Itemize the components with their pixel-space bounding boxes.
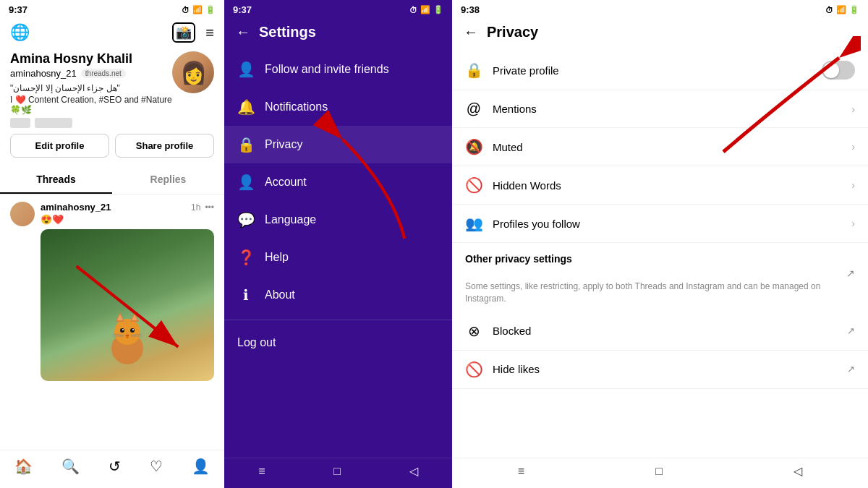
- muted-chevron-icon: ›: [851, 141, 855, 153]
- profiles-follow-left: 👥 Profiles you follow: [465, 215, 580, 232]
- battery-icon: 🔋: [205, 5, 216, 14]
- top-nav: 🌐 📸 ≡: [0, 18, 224, 48]
- p3-wifi-icon: 📶: [836, 5, 846, 14]
- android3-home-icon[interactable]: □: [655, 465, 663, 478]
- hide-likes-external-icon: ↗: [847, 364, 855, 374]
- settings-item-about[interactable]: ℹ About: [224, 276, 452, 314]
- post-text: 😍❤️: [41, 214, 214, 225]
- privacy-item-profiles-follow[interactable]: 👥 Profiles you follow ›: [452, 205, 868, 243]
- profiles-follow-icon: 👥: [465, 215, 482, 232]
- settings-item-help[interactable]: ❓ Help: [224, 239, 452, 276]
- privacy-item-blocked[interactable]: ⊗ Blocked ↗: [452, 312, 868, 351]
- logout-label: Log out: [237, 336, 276, 348]
- nav-create-icon[interactable]: ↺: [109, 458, 121, 475]
- globe-icon[interactable]: 🌐: [10, 23, 30, 42]
- blurred-stat-2: [35, 118, 72, 128]
- username-row: aminahosny_21 threads.net: [10, 68, 172, 79]
- post-meta: 1h •••: [191, 202, 214, 213]
- android-menu-icon[interactable]: ≡: [258, 465, 265, 478]
- private-profile-right: [822, 61, 855, 80]
- nav-home-icon[interactable]: 🏠: [14, 458, 33, 475]
- back-arrow-privacy[interactable]: ←: [464, 24, 478, 40]
- post-avatar: [10, 202, 35, 226]
- status-icons-2: ⏱ 📶 🔋: [409, 5, 443, 14]
- post-more-icon[interactable]: •••: [205, 202, 214, 213]
- back-arrow-settings[interactable]: ←: [236, 24, 250, 40]
- privacy-label: Privacy: [265, 138, 302, 151]
- instagram-icon[interactable]: 📸: [172, 22, 195, 43]
- android3-back-icon[interactable]: ◁: [793, 464, 802, 478]
- profile-panel: 9:37 ⏱ 📶 🔋 🌐 📸 ≡ Amina Hosny Khalil amin…: [0, 0, 224, 488]
- account-label: Account: [265, 176, 307, 189]
- profiles-follow-chevron-icon: ›: [851, 218, 855, 229]
- red-arrow-1: [41, 229, 214, 381]
- hidden-words-chevron-icon: ›: [851, 179, 855, 191]
- muted-left: 🔕 Muted: [465, 138, 523, 155]
- blocked-external-icon: ↗: [847, 325, 855, 336]
- logout-item[interactable]: Log out: [224, 326, 452, 359]
- help-label: Help: [265, 251, 289, 264]
- settings-item-notifications[interactable]: 🔔 Notifications: [224, 88, 452, 126]
- hidden-words-left: 🚫 Hidden Words: [465, 176, 561, 194]
- tab-replies[interactable]: Replies: [112, 166, 224, 194]
- nav-likes-icon[interactable]: ♡: [150, 458, 163, 475]
- blurred-stat-1: [10, 118, 30, 128]
- settings-item-language[interactable]: 💬 Language: [224, 201, 452, 239]
- settings-title: Settings: [259, 24, 316, 40]
- settings-item-account[interactable]: 👤 Account: [224, 163, 452, 201]
- profile-section: Amina Hosny Khalil aminahosny_21 threads…: [0, 48, 224, 134]
- settings-item-follow[interactable]: 👤 Follow and invite friends: [224, 51, 452, 88]
- muted-icon: 🔕: [465, 138, 482, 155]
- bio-english: I ❤️ Content Creation, #SEO and #Nature …: [10, 95, 172, 115]
- privacy-header: ← Privacy: [452, 18, 868, 51]
- p2-wifi-icon: 📶: [420, 5, 430, 14]
- bio-arabic: "هل جزاء الإحسان إلا الإحسان": [10, 83, 172, 93]
- status-bar-3: 9:38 ⏱ 📶 🔋: [452, 0, 868, 18]
- avatar: 👩: [172, 51, 214, 93]
- post-time: 1h: [191, 202, 200, 213]
- private-profile-toggle[interactable]: [822, 61, 855, 80]
- android-home-icon[interactable]: □: [333, 465, 341, 478]
- share-profile-button[interactable]: Share profile: [115, 134, 214, 158]
- privacy-item-private-profile[interactable]: 🔒 Private profile: [452, 51, 868, 90]
- time-1: 9:37: [9, 4, 27, 15]
- blocked-icon: ⊗: [465, 322, 482, 340]
- other-privacy-external-icon: ↗: [846, 267, 855, 279]
- other-privacy-desc: Some settings, like restricting, apply t…: [452, 279, 868, 312]
- privacy-item-hidden-words[interactable]: 🚫 Hidden Words ›: [452, 166, 868, 205]
- android3-menu-icon[interactable]: ≡: [518, 465, 524, 478]
- privacy-item-muted[interactable]: 🔕 Muted ›: [452, 128, 868, 166]
- mentions-icon: @: [465, 100, 482, 117]
- other-privacy-label: Other privacy settings: [452, 243, 868, 267]
- p2-battery-icon: 🔋: [433, 5, 443, 14]
- nav-profile-icon[interactable]: 👤: [192, 458, 210, 475]
- privacy-item-mentions[interactable]: @ Mentions ›: [452, 90, 868, 128]
- settings-panel: 9:37 ⏱ 📶 🔋 ← Settings 👤 Follow and invit…: [224, 0, 452, 488]
- private-profile-left: 🔒 Private profile: [465, 61, 559, 79]
- profile-info: Amina Hosny Khalil aminahosny_21 threads…: [10, 51, 172, 128]
- privacy-item-hide-likes[interactable]: 🚫 Hide likes ↗: [452, 351, 868, 389]
- nav-search-icon[interactable]: 🔍: [61, 458, 80, 475]
- edit-profile-button[interactable]: Edit profile: [10, 134, 109, 158]
- account-icon: 👤: [237, 174, 255, 191]
- post-image: [41, 229, 214, 381]
- status-icons-1: ⏱ 📶 🔋: [182, 5, 216, 14]
- privacy-title: Privacy: [487, 24, 538, 40]
- help-icon: ❓: [237, 249, 255, 266]
- about-label: About: [265, 288, 295, 301]
- mentions-left: @ Mentions: [465, 100, 537, 117]
- settings-divider: [224, 320, 452, 320]
- hidden-words-icon: 🚫: [465, 176, 482, 194]
- language-icon: 💬: [237, 211, 255, 228]
- tab-threads[interactable]: Threads: [0, 166, 112, 194]
- notifications-icon: 🔔: [237, 98, 255, 116]
- settings-item-privacy[interactable]: 🔒 Privacy: [224, 126, 452, 163]
- p3-battery-icon: 🔋: [849, 5, 859, 14]
- menu-icon[interactable]: ≡: [205, 25, 214, 41]
- hidden-words-label: Hidden Words: [493, 179, 561, 192]
- p3-whatsapp-icon: ⏱: [825, 6, 833, 14]
- toggle-knob: [823, 62, 839, 78]
- settings-list: 👤 Follow and invite friends 🔔 Notificati…: [224, 51, 452, 458]
- privacy-icon: 🔒: [237, 136, 255, 153]
- android-back-icon[interactable]: ◁: [409, 464, 418, 478]
